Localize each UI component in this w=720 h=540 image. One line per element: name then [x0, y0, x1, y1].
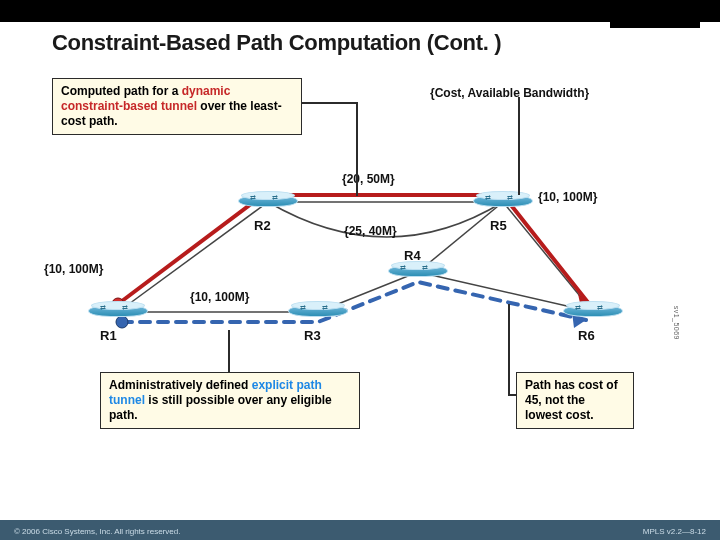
linklabel-r1r3: {10, 100M} [190, 290, 249, 304]
leader-explicit [228, 330, 230, 372]
callout-dynamic-pre: Computed path for a [61, 84, 182, 98]
leader-dynamic-v [356, 102, 358, 196]
leader-cost-h [508, 394, 516, 396]
router-r6: ⇄⇄ [563, 305, 623, 321]
header-corner-block [610, 0, 700, 28]
diagram-canvas: ⇄⇄ ⇄⇄ ⇄⇄ ⇄⇄ ⇄⇄ ⇄⇄ R1 R2 R3 R4 R5 R6 {Cos… [38, 72, 682, 492]
router-r3: ⇄⇄ [288, 305, 348, 321]
linklabel-r1r2: {10, 100M} [44, 262, 103, 276]
dynamic-tunnel-path [118, 195, 590, 305]
version-label: sv1_5069 [673, 306, 680, 340]
leader-dynamic-h [302, 102, 357, 104]
callout-cost: Path has cost of 45, not the lowest cost… [516, 372, 634, 429]
router-r2: ⇄⇄ [238, 195, 298, 211]
linklabel-r5r6: {10, 100M} [538, 190, 597, 204]
label-r5: R5 [490, 218, 507, 233]
callout-explicit: Administratively defined explicit path t… [100, 372, 360, 429]
leader-cost-v [508, 304, 510, 394]
label-r4: R4 [404, 248, 421, 263]
linklabel-r2r5-lower: {25, 40M} [344, 224, 397, 238]
header-bar [0, 0, 720, 22]
router-r5: ⇄⇄ [473, 195, 533, 211]
callout-cost-text: Path has cost of 45, not the lowest cost… [525, 378, 618, 422]
footer-copyright: © 2006 Cisco Systems, Inc. All rights re… [14, 527, 180, 536]
label-r6: R6 [578, 328, 595, 343]
router-r4: ⇄⇄ [388, 265, 448, 281]
callout-dynamic: Computed path for a dynamic constraint-b… [52, 78, 302, 135]
footer-bar: © 2006 Cisco Systems, Inc. All rights re… [0, 520, 720, 540]
linklabel-r2r5-upper: {20, 50M} [342, 172, 395, 186]
label-r2: R2 [254, 218, 271, 233]
leader-legend [518, 97, 520, 195]
topology-svg [38, 72, 682, 492]
slide-title: Constraint-Based Path Computation (Cont.… [0, 22, 720, 62]
router-r1: ⇄⇄ [88, 305, 148, 321]
label-r3: R3 [304, 328, 321, 343]
legend-header: {Cost, Available Bandwidth} [430, 86, 589, 100]
label-r1: R1 [100, 328, 117, 343]
callout-explicit-pre: Administratively defined [109, 378, 252, 392]
footer-pageref: MPLS v2.2—8-12 [643, 527, 706, 536]
